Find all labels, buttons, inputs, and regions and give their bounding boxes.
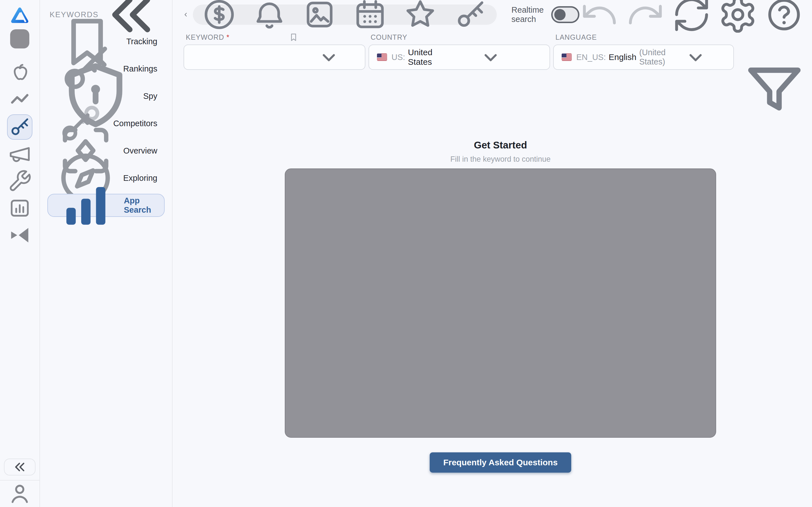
key-icon (8, 115, 32, 139)
toolbar-favorites-button[interactable] (402, 0, 439, 33)
main-area: Realtime search KEYWORD * CO (172, 0, 812, 507)
page-subtitle: Fill in the keyword to continue (450, 155, 551, 164)
dollar-circle-icon (201, 0, 238, 33)
language-select[interactable]: EN_US: English (United States) (553, 45, 734, 70)
country-code: US: (392, 53, 405, 62)
rail-collapse-button[interactable] (4, 459, 36, 475)
sidebar-item-label: Spy (143, 92, 157, 101)
country-select[interactable]: US: United States (368, 45, 550, 70)
sidebar-item-label: Exploring (123, 173, 157, 183)
rail-item-ads[interactable] (7, 142, 33, 167)
keywords-sidebar: KEYWORDS Tracking Rankings Spy Competito… (40, 0, 172, 507)
language-value: English (609, 52, 637, 62)
preview-placeholder (285, 168, 716, 438)
rail-item-tools[interactable] (7, 168, 33, 194)
chart-panel-icon (8, 196, 32, 220)
sidebar-item-label: Tracking (126, 37, 157, 46)
toggle-knob (554, 9, 566, 20)
bookmark-icon[interactable] (229, 32, 358, 42)
sidebar-item-label: Competitors (113, 119, 157, 128)
toolbar-keywords-button[interactable] (452, 0, 489, 33)
star-icon (402, 0, 439, 33)
toolbar-calendar-button[interactable] (352, 0, 389, 33)
toolbar-pill (193, 4, 497, 25)
rail-item-activity[interactable] (7, 87, 33, 113)
chevron-down-icon (301, 45, 357, 69)
rail-nav (7, 60, 33, 248)
chevron-down-icon (440, 45, 542, 69)
required-asterisk: * (226, 33, 229, 41)
country-label: COUNTRY (371, 33, 407, 41)
back-button[interactable] (183, 8, 189, 21)
language-code: EN_US: (576, 53, 606, 62)
faq-button[interactable]: Frequently Asked Questions (430, 452, 571, 473)
calendar-icon (352, 0, 389, 33)
wrench-icon (8, 169, 32, 193)
toolbar-alerts-button[interactable] (251, 0, 288, 33)
video-icon (8, 223, 32, 247)
funnel-icon (737, 53, 812, 128)
language-extra: (United States) (639, 48, 666, 66)
us-flag-icon (377, 54, 387, 61)
chevron-down-icon (666, 45, 725, 69)
rail-item-media[interactable] (7, 223, 33, 248)
key-icon (452, 0, 489, 33)
account-button[interactable] (6, 481, 33, 507)
us-flag-icon (562, 54, 572, 61)
rail-item-keywords[interactable] (7, 114, 33, 140)
chevron-left-icon (183, 8, 189, 21)
activity-icon (8, 88, 32, 112)
bell-icon (251, 0, 288, 33)
megaphone-icon (8, 142, 32, 166)
apple-icon (8, 61, 32, 85)
realtime-search-label: Realtime search (511, 5, 544, 24)
rail-item-reports[interactable] (7, 195, 33, 221)
country-value: United States (408, 48, 440, 67)
toolbar-paid-keywords-button[interactable] (201, 0, 238, 33)
filter-button[interactable] (737, 53, 812, 128)
search-form: KEYWORD * COUNTRY US: United States L (172, 29, 812, 128)
toolbar-screenshots-button[interactable] (301, 0, 338, 33)
content-area: Get Started Fill in the keyword to conti… (172, 128, 812, 473)
sidebar-item-label: Overview (123, 146, 157, 156)
keyword-label: KEYWORD (186, 33, 224, 41)
current-app-avatar[interactable] (10, 29, 29, 48)
sidebar-item-label: App Search (124, 196, 157, 215)
bar-chart-icon (55, 174, 117, 236)
icon-rail (0, 0, 40, 507)
keyword-combobox[interactable] (184, 45, 365, 70)
apptweak-logo-icon[interactable] (10, 7, 29, 24)
language-label: LANGUAGE (555, 33, 597, 41)
rail-item-app-store[interactable] (7, 60, 33, 86)
keyword-input[interactable] (192, 45, 301, 69)
person-icon (6, 481, 33, 507)
sidebar-item-app-search[interactable]: App Search (47, 194, 165, 217)
page-title: Get Started (474, 139, 527, 151)
topbar: Realtime search (172, 0, 812, 29)
sidebar-nav: Tracking Rankings Spy Competitors Overvi… (40, 29, 172, 217)
chevrons-left-icon (4, 459, 35, 475)
image-icon (301, 0, 338, 33)
realtime-search-toggle[interactable] (551, 6, 579, 23)
